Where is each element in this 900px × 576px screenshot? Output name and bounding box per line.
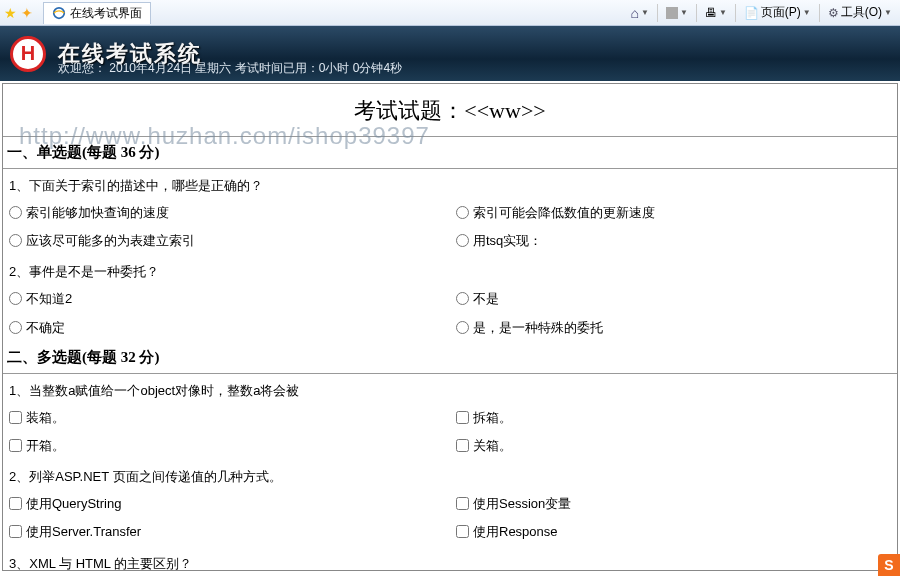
option[interactable]: 使用Session变量 bbox=[450, 490, 897, 518]
checkbox-input[interactable] bbox=[9, 525, 22, 538]
page-menu-label: 页面(P) bbox=[761, 4, 801, 21]
logo: H bbox=[10, 36, 46, 72]
exam-title: 考试试题：<<ww>> bbox=[3, 84, 897, 137]
option-label: 开箱。 bbox=[26, 437, 65, 455]
option-label: 不知道2 bbox=[26, 290, 72, 308]
print-button[interactable]: ▼ bbox=[701, 4, 731, 22]
app-banner: H 在线考试系统 欢迎您： 2010年4月24日 星期六 考试时间已用：0小时 … bbox=[0, 26, 900, 81]
question-text: 3、XML 与 HTML 的主要区别？ bbox=[3, 547, 897, 572]
option[interactable]: 使用Server.Transfer bbox=[3, 518, 450, 546]
option-label: 装箱。 bbox=[26, 409, 65, 427]
option-label: 应该尽可能多的为表建立索引 bbox=[26, 232, 195, 250]
option-label: 不是 bbox=[473, 290, 499, 308]
browser-toolbar: ★ ✦ 在线考试界面 ▼ ▼ ▼ 页面(P)▼ 工具(O)▼ bbox=[0, 0, 900, 26]
option-label: 是，是一种特殊的委托 bbox=[473, 319, 603, 337]
option[interactable]: 用tsq实现： bbox=[450, 227, 897, 255]
separator bbox=[819, 4, 820, 22]
add-favorite-icon[interactable]: ✦ bbox=[21, 5, 33, 21]
radio-input[interactable] bbox=[456, 234, 469, 247]
rss-icon bbox=[666, 7, 678, 19]
separator bbox=[657, 4, 658, 22]
option[interactable]: 使用Response bbox=[450, 518, 897, 546]
radio-input[interactable] bbox=[456, 321, 469, 334]
tab-title: 在线考试界面 bbox=[70, 5, 142, 22]
checkbox-input[interactable] bbox=[9, 411, 22, 424]
question-text: 2、列举ASP.NET 页面之间传递值的几种方式。 bbox=[3, 460, 897, 490]
page-menu[interactable]: 页面(P)▼ bbox=[740, 2, 815, 23]
tools-menu-label: 工具(O) bbox=[841, 4, 882, 21]
option[interactable]: 拆箱。 bbox=[450, 404, 897, 432]
home-icon bbox=[631, 5, 639, 21]
print-icon bbox=[705, 6, 717, 20]
radio-input[interactable] bbox=[9, 292, 22, 305]
option-label: 使用QueryString bbox=[26, 495, 121, 513]
tools-menu[interactable]: 工具(O)▼ bbox=[824, 2, 896, 23]
radio-input[interactable] bbox=[456, 292, 469, 305]
separator bbox=[735, 4, 736, 22]
option-label: 使用Response bbox=[473, 523, 558, 541]
option-label: 使用Server.Transfer bbox=[26, 523, 141, 541]
option-label: 用tsq实现： bbox=[473, 232, 542, 250]
option[interactable]: 不知道2 bbox=[3, 285, 450, 313]
option[interactable]: 使用QueryString bbox=[3, 490, 450, 518]
toolbar-left: ★ ✦ 在线考试界面 bbox=[4, 2, 151, 24]
option-label: 索引可能会降低数值的更新速度 bbox=[473, 204, 655, 222]
question-text: 1、下面关于索引的描述中，哪些是正确的？ bbox=[3, 169, 897, 199]
option-label: 拆箱。 bbox=[473, 409, 512, 427]
option-label: 使用Session变量 bbox=[473, 495, 571, 513]
section-heading: 二、多选题(每题 32 分) bbox=[3, 342, 897, 374]
radio-input[interactable] bbox=[456, 206, 469, 219]
options-group: 使用QueryString使用Session变量使用Server.Transfe… bbox=[3, 490, 897, 546]
toolbar-right: ▼ ▼ ▼ 页面(P)▼ 工具(O)▼ bbox=[627, 2, 896, 23]
checkbox-input[interactable] bbox=[456, 411, 469, 424]
option[interactable]: 应该尽可能多的为表建立索引 bbox=[3, 227, 450, 255]
option-label: 索引能够加快查询的速度 bbox=[26, 204, 169, 222]
option-label: 关箱。 bbox=[473, 437, 512, 455]
page-icon bbox=[744, 6, 759, 20]
option[interactable]: 不确定 bbox=[3, 314, 450, 342]
browser-tab[interactable]: 在线考试界面 bbox=[43, 2, 151, 24]
radio-input[interactable] bbox=[9, 234, 22, 247]
feeds-button[interactable]: ▼ bbox=[662, 5, 692, 21]
ime-badge[interactable]: S bbox=[878, 554, 900, 576]
ie-icon bbox=[52, 6, 66, 20]
exam-content[interactable]: http://www.huzhan.com/ishop39397 考试试题：<<… bbox=[2, 83, 898, 571]
option[interactable]: 开箱。 bbox=[3, 432, 450, 460]
separator bbox=[696, 4, 697, 22]
option[interactable]: 索引可能会降低数值的更新速度 bbox=[450, 199, 897, 227]
radio-input[interactable] bbox=[9, 206, 22, 219]
logo-text: H bbox=[21, 42, 35, 65]
welcome-bar: 欢迎您： 2010年4月24日 星期六 考试时间已用：0小时 0分钟4秒 bbox=[58, 60, 402, 77]
options-group: 索引能够加快查询的速度索引可能会降低数值的更新速度应该尽可能多的为表建立索引用t… bbox=[3, 199, 897, 255]
option[interactable]: 关箱。 bbox=[450, 432, 897, 460]
option[interactable]: 装箱。 bbox=[3, 404, 450, 432]
gear-icon bbox=[828, 6, 839, 20]
checkbox-input[interactable] bbox=[9, 497, 22, 510]
checkbox-input[interactable] bbox=[9, 439, 22, 452]
section-heading: 一、单选题(每题 36 分) bbox=[3, 137, 897, 169]
checkbox-input[interactable] bbox=[456, 525, 469, 538]
question-text: 2、事件是不是一种委托？ bbox=[3, 255, 897, 285]
question-text: 1、当整数a赋值给一个object对像时，整数a将会被 bbox=[3, 374, 897, 404]
option[interactable]: 不是 bbox=[450, 285, 897, 313]
options-group: 不知道2不是不确定是，是一种特殊的委托 bbox=[3, 285, 897, 341]
checkbox-input[interactable] bbox=[456, 497, 469, 510]
option-label: 不确定 bbox=[26, 319, 65, 337]
radio-input[interactable] bbox=[9, 321, 22, 334]
home-button[interactable]: ▼ bbox=[627, 3, 653, 23]
option[interactable]: 索引能够加快查询的速度 bbox=[3, 199, 450, 227]
options-group: 装箱。拆箱。开箱。关箱。 bbox=[3, 404, 897, 460]
checkbox-input[interactable] bbox=[456, 439, 469, 452]
option[interactable]: 是，是一种特殊的委托 bbox=[450, 314, 897, 342]
svg-point-0 bbox=[54, 8, 65, 19]
favorites-icon[interactable]: ★ bbox=[4, 5, 17, 21]
